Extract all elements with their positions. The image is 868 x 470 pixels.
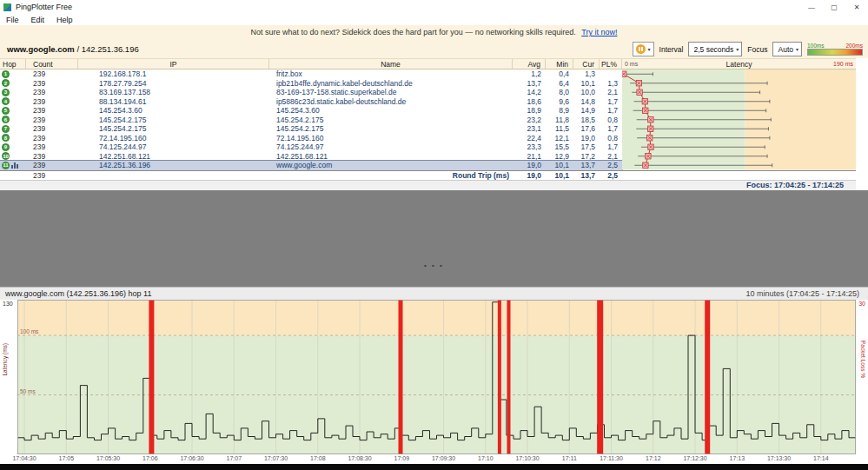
splitter-handle-icon[interactable]: • • • — [424, 261, 444, 269]
target-host: www.google.com — [7, 44, 75, 54]
table-header-columns: HopCountIPNameAvgMinCurPL% — [0, 59, 622, 69]
name-cell: 145.254.2.175 — [269, 124, 513, 134]
hop-badge: 2 — [2, 79, 10, 87]
hop-row-6[interactable]: 6239145.254.2.175145.254.2.17523,211,818… — [0, 116, 622, 125]
bottom-strip — [0, 464, 868, 470]
focus-select[interactable]: Auto ▾ — [772, 42, 802, 56]
avg-cell: 18,9 — [513, 106, 546, 116]
round-trip-label: Round Trip (ms) — [78, 171, 513, 180]
hop-row-2[interactable]: 2239178.27.79.254ipb21b4ffe.dynamic.kabe… — [0, 79, 622, 89]
name-cell: 72.14.195.160 — [269, 134, 513, 143]
min-cell: 11,5 — [546, 124, 573, 134]
cur-cell: 14,9 — [573, 106, 600, 116]
dropdown-arrow-icon: ▾ — [648, 46, 651, 52]
cur-cell: 17,2 — [573, 152, 600, 162]
hop-row-4[interactable]: 423988.134.194.61ip5886c23d.static.kabel… — [0, 97, 622, 107]
hop-cell: 6 — [0, 116, 26, 125]
splitter-area: • • • — [0, 190, 868, 288]
latency-scale-max: 190 ms — [833, 61, 853, 67]
cur-cell: 13,7 — [573, 161, 600, 170]
toolbar-controls: ▾ Interval 2,5 seconds ▾ Focus Auto ▾ 10… — [633, 42, 863, 56]
column-header-name[interactable]: Name — [269, 59, 513, 69]
hop-row-9[interactable]: 923974.125.244.9774.125.244.9723,315,517… — [0, 142, 622, 152]
legend-200ms-label: 200ms — [845, 43, 863, 49]
pause-icon — [636, 44, 646, 54]
hop-cell: 3 — [0, 88, 26, 97]
summary-hop-spacer — [0, 171, 26, 180]
interval-select[interactable]: 2,5 seconds ▾ — [688, 42, 742, 56]
min-cell: 10,1 — [546, 161, 573, 170]
latency-column-header: 0 ms Latency 190 ms — [622, 59, 856, 69]
hop-cell: 1 — [0, 70, 26, 79]
avg-cell: 18,6 — [513, 97, 546, 107]
time-tick: 17:07:30 — [264, 455, 288, 461]
focus-label: Focus — [747, 45, 767, 54]
column-header-count[interactable]: Count — [26, 59, 78, 69]
pl-cell: 0,8 — [600, 134, 622, 143]
column-header-cur[interactable]: Cur — [573, 59, 600, 69]
avg-cell: 13,7 — [513, 79, 546, 89]
timeline-graph[interactable]: 100 ms50 ms — [17, 300, 856, 454]
pause-button[interactable]: ▾ — [633, 42, 654, 56]
column-header-avg[interactable]: Avg — [513, 59, 546, 69]
column-header-min[interactable]: Min — [546, 59, 573, 69]
count-cell: 239 — [26, 70, 78, 79]
avg-cell: 22,4 — [513, 134, 546, 143]
time-tick: 17:10:30 — [515, 455, 539, 461]
hop-row-7[interactable]: 7239145.254.2.175145.254.2.17523,111,517… — [0, 124, 622, 134]
time-tick: 17:09:30 — [432, 455, 455, 461]
hop-cell: 9 — [0, 142, 26, 152]
interval-label: Interval — [659, 45, 684, 54]
min-cell: 0,4 — [546, 70, 573, 79]
hop-row-8[interactable]: 823972.14.195.16072.14.195.16022,412,119… — [0, 134, 622, 143]
ip-cell: 74.125.244.97 — [78, 142, 269, 152]
try-it-now-link[interactable]: Try it now! — [581, 28, 617, 36]
svg-text:100 ms: 100 ms — [20, 328, 39, 334]
app-icon — [3, 3, 11, 11]
summary-row: 239 Round Trip (ms) 19,0 10,1 13,7 2,5 — [0, 170, 856, 180]
name-cell: 83-169-137-158.static.superkabel.de — [269, 88, 513, 97]
min-cell: 8,9 — [546, 106, 573, 116]
route-graph — [622, 70, 856, 170]
hop-badge: 6 — [2, 116, 10, 123]
column-header-hop[interactable]: Hop — [0, 59, 26, 69]
hop-cell: 5 — [0, 106, 26, 116]
hop-cell: 8 — [0, 134, 26, 143]
column-header-plpct[interactable]: PL% — [600, 59, 622, 69]
latency-axis-label: Latency (ms) — [2, 343, 8, 376]
timeline-graph-icon — [11, 162, 19, 169]
notice-text: Not sure what to do next? Sidekick does … — [251, 28, 576, 36]
ip-cell: 145.254.3.60 — [78, 106, 269, 116]
ip-cell: 142.251.68.121 — [78, 152, 269, 162]
count-cell: 239 — [26, 116, 78, 125]
name-cell: 145.254.3.60 — [269, 106, 513, 116]
menu-file[interactable]: File — [0, 16, 25, 24]
hop-row-3[interactable]: 323983.169.137.15883-169-137-158.static.… — [0, 88, 622, 97]
packet-loss-axis-label: Packet Loss % — [860, 341, 866, 378]
window-title: PingPlotter Free — [16, 3, 72, 11]
hop-cell: 2 — [0, 79, 26, 89]
avg-cell: 23,3 — [513, 142, 546, 152]
hop-row-5[interactable]: 5239145.254.3.60145.254.3.6018,98,914,91… — [0, 106, 622, 116]
hop-row-11[interactable]: 11239142.251.36.196www.google.com19,010,… — [0, 161, 622, 170]
menu-edit[interactable]: Edit — [25, 16, 51, 24]
time-tick: 17:13 — [730, 455, 745, 461]
upper-panel: Not sure what to do next? Sidekick does … — [0, 25, 868, 58]
hop-row-10[interactable]: 10239142.251.68.121142.251.68.12121,112,… — [0, 152, 622, 162]
y-axis-max-left: 130 — [3, 301, 13, 307]
count-cell: 239 — [26, 161, 78, 170]
pl-cell: 2,1 — [600, 88, 622, 97]
maximize-icon[interactable]: ▢ — [823, 1, 845, 14]
hop-row-1[interactable]: 1239192.168.178.1fritz.box1,20,41,3 — [0, 70, 622, 79]
focus-range-text: Focus: 17:04:25 - 17:14:25 — [746, 181, 844, 189]
time-tick: 17:11:30 — [600, 455, 623, 461]
menu-help[interactable]: Help — [50, 16, 79, 24]
ip-cell: 145.254.2.175 — [78, 124, 269, 134]
time-tick: 17:06:30 — [180, 455, 203, 461]
latency-color-legend: 100ms 200ms — [807, 43, 863, 56]
close-icon[interactable]: ✕ — [845, 1, 868, 14]
column-header-ip[interactable]: IP — [78, 59, 269, 69]
minimize-icon[interactable]: — — [800, 1, 823, 14]
hop-badge: 8 — [2, 134, 10, 142]
sidekick-notice: Not sure what to do next? Sidekick does … — [0, 28, 868, 36]
